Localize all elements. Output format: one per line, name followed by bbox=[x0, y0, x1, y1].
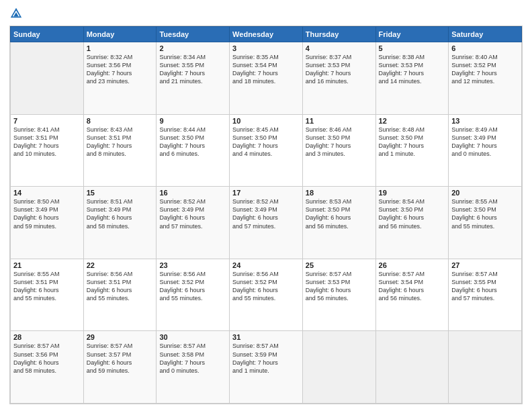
day-number: 27 bbox=[451, 261, 519, 269]
logo bbox=[9, 7, 26, 20]
calendar-cell: 16Sunrise: 8:52 AMSunset: 3:49 PMDayligh… bbox=[157, 187, 230, 259]
weekday-header: Monday bbox=[83, 27, 157, 42]
calendar-cell: 31Sunrise: 8:57 AMSunset: 3:59 PMDayligh… bbox=[230, 331, 303, 404]
calendar-cell: 18Sunrise: 8:53 AMSunset: 3:50 PMDayligh… bbox=[302, 187, 375, 259]
day-info: Sunrise: 8:52 AMSunset: 3:49 PMDaylight:… bbox=[159, 197, 226, 230]
calendar-cell bbox=[375, 331, 449, 404]
day-info: Sunrise: 8:40 AMSunset: 3:52 PMDaylight:… bbox=[451, 53, 519, 86]
day-number: 29 bbox=[87, 333, 154, 341]
calendar-cell bbox=[11, 42, 84, 115]
calendar-week-row: 21Sunrise: 8:55 AMSunset: 3:51 PMDayligh… bbox=[11, 259, 522, 331]
day-number: 12 bbox=[379, 117, 446, 125]
weekday-header: Wednesday bbox=[230, 27, 303, 42]
header bbox=[9, 7, 523, 20]
day-info: Sunrise: 8:52 AMSunset: 3:49 PMDaylight:… bbox=[232, 197, 300, 230]
page: SundayMondayTuesdayWednesdayThursdayFrid… bbox=[0, 0, 532, 411]
weekday-header: Saturday bbox=[449, 27, 522, 42]
calendar-head: SundayMondayTuesdayWednesdayThursdayFrid… bbox=[11, 27, 522, 42]
day-number: 9 bbox=[159, 117, 226, 125]
day-info: Sunrise: 8:57 AMSunset: 3:56 PMDaylight:… bbox=[13, 342, 81, 375]
calendar-cell: 7Sunrise: 8:41 AMSunset: 3:51 PMDaylight… bbox=[11, 114, 84, 187]
day-info: Sunrise: 8:48 AMSunset: 3:50 PMDaylight:… bbox=[379, 126, 446, 158]
calendar-cell: 26Sunrise: 8:57 AMSunset: 3:54 PMDayligh… bbox=[375, 259, 449, 331]
day-number: 28 bbox=[13, 333, 81, 341]
day-info: Sunrise: 8:51 AMSunset: 3:49 PMDaylight:… bbox=[87, 197, 154, 230]
day-number: 8 bbox=[87, 117, 154, 125]
day-info: Sunrise: 8:37 AMSunset: 3:53 PMDaylight:… bbox=[306, 53, 373, 86]
day-info: Sunrise: 8:56 AMSunset: 3:51 PMDaylight:… bbox=[87, 270, 154, 303]
day-number: 11 bbox=[306, 117, 373, 125]
calendar-cell: 3Sunrise: 8:35 AMSunset: 3:54 PMDaylight… bbox=[230, 42, 303, 115]
calendar-cell: 28Sunrise: 8:57 AMSunset: 3:56 PMDayligh… bbox=[11, 331, 84, 404]
day-info: Sunrise: 8:57 AMSunset: 3:58 PMDaylight:… bbox=[159, 342, 226, 375]
calendar-cell: 20Sunrise: 8:55 AMSunset: 3:50 PMDayligh… bbox=[449, 187, 522, 259]
calendar-week-row: 1Sunrise: 8:32 AMSunset: 3:56 PMDaylight… bbox=[11, 42, 522, 115]
day-number: 14 bbox=[13, 189, 81, 197]
day-number: 6 bbox=[451, 44, 519, 52]
weekday-header: Friday bbox=[375, 27, 449, 42]
day-number: 31 bbox=[232, 333, 300, 341]
day-info: Sunrise: 8:55 AMSunset: 3:51 PMDaylight:… bbox=[13, 270, 81, 303]
calendar-cell: 13Sunrise: 8:49 AMSunset: 3:49 PMDayligh… bbox=[449, 114, 522, 187]
calendar-body: 1Sunrise: 8:32 AMSunset: 3:56 PMDaylight… bbox=[11, 42, 522, 404]
calendar-cell: 12Sunrise: 8:48 AMSunset: 3:50 PMDayligh… bbox=[375, 114, 449, 187]
day-number: 17 bbox=[232, 189, 300, 197]
day-info: Sunrise: 8:35 AMSunset: 3:54 PMDaylight:… bbox=[232, 53, 300, 86]
calendar-cell: 24Sunrise: 8:56 AMSunset: 3:52 PMDayligh… bbox=[230, 259, 303, 331]
calendar-cell: 10Sunrise: 8:45 AMSunset: 3:50 PMDayligh… bbox=[230, 114, 303, 187]
day-number: 7 bbox=[13, 117, 81, 125]
day-number: 2 bbox=[159, 44, 226, 52]
day-info: Sunrise: 8:53 AMSunset: 3:50 PMDaylight:… bbox=[306, 197, 373, 230]
day-info: Sunrise: 8:50 AMSunset: 3:49 PMDaylight:… bbox=[13, 197, 81, 230]
day-info: Sunrise: 8:56 AMSunset: 3:52 PMDaylight:… bbox=[159, 270, 226, 303]
day-info: Sunrise: 8:49 AMSunset: 3:49 PMDaylight:… bbox=[451, 126, 519, 158]
calendar-cell: 8Sunrise: 8:43 AMSunset: 3:51 PMDaylight… bbox=[83, 114, 157, 187]
day-number: 4 bbox=[306, 44, 373, 52]
calendar-cell: 25Sunrise: 8:57 AMSunset: 3:53 PMDayligh… bbox=[302, 259, 375, 331]
calendar-cell: 11Sunrise: 8:46 AMSunset: 3:50 PMDayligh… bbox=[302, 114, 375, 187]
day-info: Sunrise: 8:43 AMSunset: 3:51 PMDaylight:… bbox=[87, 126, 154, 158]
day-number: 18 bbox=[306, 189, 373, 197]
calendar-cell: 5Sunrise: 8:38 AMSunset: 3:53 PMDaylight… bbox=[375, 42, 449, 115]
day-info: Sunrise: 8:56 AMSunset: 3:52 PMDaylight:… bbox=[232, 270, 300, 303]
day-number: 5 bbox=[379, 44, 446, 52]
day-info: Sunrise: 8:44 AMSunset: 3:50 PMDaylight:… bbox=[159, 126, 226, 158]
day-info: Sunrise: 8:57 AMSunset: 3:55 PMDaylight:… bbox=[451, 270, 519, 303]
calendar-cell: 17Sunrise: 8:52 AMSunset: 3:49 PMDayligh… bbox=[230, 187, 303, 259]
day-info: Sunrise: 8:45 AMSunset: 3:50 PMDaylight:… bbox=[232, 126, 300, 158]
calendar-cell: 6Sunrise: 8:40 AMSunset: 3:52 PMDaylight… bbox=[449, 42, 522, 115]
day-number: 3 bbox=[232, 44, 300, 52]
calendar-cell: 19Sunrise: 8:54 AMSunset: 3:50 PMDayligh… bbox=[375, 187, 449, 259]
calendar-cell: 29Sunrise: 8:57 AMSunset: 3:57 PMDayligh… bbox=[83, 331, 157, 404]
day-info: Sunrise: 8:46 AMSunset: 3:50 PMDaylight:… bbox=[306, 126, 373, 158]
calendar-cell: 30Sunrise: 8:57 AMSunset: 3:58 PMDayligh… bbox=[157, 331, 230, 404]
calendar-week-row: 14Sunrise: 8:50 AMSunset: 3:49 PMDayligh… bbox=[11, 187, 522, 259]
day-info: Sunrise: 8:54 AMSunset: 3:50 PMDaylight:… bbox=[379, 197, 446, 230]
day-number: 19 bbox=[379, 189, 446, 197]
day-info: Sunrise: 8:57 AMSunset: 3:53 PMDaylight:… bbox=[306, 270, 373, 303]
calendar-cell: 21Sunrise: 8:55 AMSunset: 3:51 PMDayligh… bbox=[11, 259, 84, 331]
calendar-week-row: 28Sunrise: 8:57 AMSunset: 3:56 PMDayligh… bbox=[11, 331, 522, 404]
day-number: 1 bbox=[87, 44, 154, 52]
day-info: Sunrise: 8:32 AMSunset: 3:56 PMDaylight:… bbox=[87, 53, 154, 86]
day-number: 13 bbox=[451, 117, 519, 125]
calendar-cell: 4Sunrise: 8:37 AMSunset: 3:53 PMDaylight… bbox=[302, 42, 375, 115]
day-info: Sunrise: 8:57 AMSunset: 3:59 PMDaylight:… bbox=[232, 342, 300, 375]
day-number: 22 bbox=[87, 261, 154, 269]
calendar-week-row: 7Sunrise: 8:41 AMSunset: 3:51 PMDaylight… bbox=[11, 114, 522, 187]
day-info: Sunrise: 8:57 AMSunset: 3:54 PMDaylight:… bbox=[379, 270, 446, 303]
calendar-cell: 22Sunrise: 8:56 AMSunset: 3:51 PMDayligh… bbox=[83, 259, 157, 331]
day-number: 24 bbox=[232, 261, 300, 269]
day-info: Sunrise: 8:57 AMSunset: 3:57 PMDaylight:… bbox=[87, 342, 154, 375]
day-number: 16 bbox=[159, 189, 226, 197]
day-number: 23 bbox=[159, 261, 226, 269]
calendar-cell: 9Sunrise: 8:44 AMSunset: 3:50 PMDaylight… bbox=[157, 114, 230, 187]
calendar: SundayMondayTuesdayWednesdayThursdayFrid… bbox=[9, 26, 523, 404]
day-info: Sunrise: 8:55 AMSunset: 3:50 PMDaylight:… bbox=[451, 197, 519, 230]
logo-icon bbox=[9, 7, 23, 20]
day-info: Sunrise: 8:34 AMSunset: 3:55 PMDaylight:… bbox=[159, 53, 226, 86]
day-number: 20 bbox=[451, 189, 519, 197]
calendar-cell: 23Sunrise: 8:56 AMSunset: 3:52 PMDayligh… bbox=[157, 259, 230, 331]
day-info: Sunrise: 8:38 AMSunset: 3:53 PMDaylight:… bbox=[379, 53, 446, 86]
calendar-cell: 27Sunrise: 8:57 AMSunset: 3:55 PMDayligh… bbox=[449, 259, 522, 331]
